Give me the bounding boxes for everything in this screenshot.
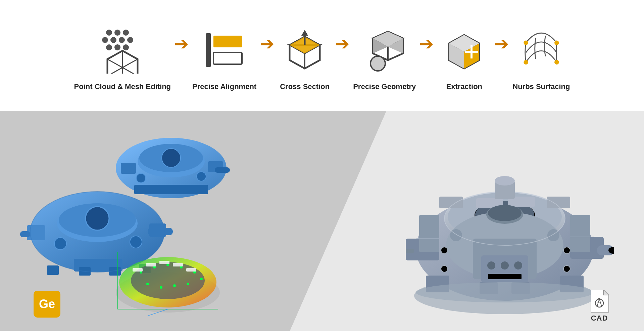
svg-point-4 [110,37,116,43]
svg-point-38 [524,41,528,45]
svg-point-29 [370,56,385,71]
svg-point-117 [514,261,522,270]
svg-point-5 [119,37,125,43]
svg-rect-14 [206,33,211,67]
svg-rect-65 [134,185,208,194]
svg-point-9 [123,44,129,50]
svg-rect-125 [570,215,590,252]
workflow-item-point-cloud: Point Cloud & Mesh Editing [74,23,171,91]
svg-point-66 [136,173,146,183]
cad-icon [588,290,611,313]
svg-point-3 [102,37,108,43]
svg-rect-104 [547,197,570,208]
svg-point-2 [123,30,129,36]
svg-point-78 [160,286,162,289]
ge-badge: Ge [34,291,60,318]
arrow-2: ➔ [260,35,275,52]
svg-point-80 [187,283,189,285]
svg-rect-52 [20,231,30,237]
cad-object-container [389,124,617,319]
svg-point-48 [54,238,66,250]
svg-point-79 [173,284,176,287]
svg-point-116 [501,261,509,270]
svg-rect-62 [121,163,136,174]
svg-point-6 [127,37,133,43]
svg-point-8 [114,44,120,50]
geometry-icon [358,23,411,77]
workflow-item-cross-section: Cross Section [278,23,332,91]
extraction-label: Extraction [446,82,482,91]
blue-part-top [111,124,232,205]
svg-point-40 [524,60,528,65]
workflow-item-alignment: Precise Alignment [192,23,256,91]
cad-label-text: CAD [591,314,608,323]
svg-rect-118 [488,274,522,279]
ge-badge-text: Ge [39,297,55,311]
svg-point-106 [488,205,522,221]
svg-point-70 [131,262,205,299]
svg-rect-53 [47,265,59,275]
svg-rect-124 [419,215,439,252]
cad-part-main [396,131,614,323]
svg-rect-16 [213,52,242,64]
svg-point-77 [146,283,149,285]
workflow-section: Point Cloud & Mesh Editing ➔ Precise Ali… [0,0,644,111]
svg-rect-103 [439,197,463,208]
svg-point-67 [197,172,206,181]
scan-heatmap [114,218,221,316]
svg-rect-82 [146,263,156,266]
workflow-item-extraction: Extraction [437,23,491,91]
svg-point-131 [495,176,515,185]
alignment-icon [198,23,251,77]
svg-point-50 [86,207,109,230]
nurbs-label: Nurbs Surfacing [512,82,570,91]
svg-rect-85 [186,268,196,272]
bottom-section: Ge [0,111,644,331]
cross-section-icon [278,23,332,77]
arrow-3: ➔ [335,35,350,52]
svg-point-76 [200,278,203,280]
svg-rect-119 [406,249,414,253]
arrow-1: ➔ [174,35,189,52]
svg-rect-83 [159,261,169,264]
alignment-label: Precise Alignment [192,82,256,91]
cad-badge: CAD [585,291,614,323]
svg-point-7 [106,44,112,50]
svg-point-121 [563,247,570,254]
blue-objects-container [20,124,235,319]
svg-point-123 [563,265,570,272]
nurbs-icon [514,23,568,77]
svg-point-61 [162,149,181,167]
svg-point-0 [106,30,112,36]
svg-point-1 [114,30,120,36]
extraction-icon [437,23,491,77]
svg-marker-22 [301,30,308,36]
cross-section-label: Cross Section [280,82,330,91]
svg-point-115 [487,261,495,270]
svg-point-120 [441,247,448,254]
workflow-item-nurbs: Nurbs Surfacing [512,23,570,91]
point-cloud-label: Point Cloud & Mesh Editing [74,82,171,91]
svg-rect-15 [213,36,242,47]
svg-point-39 [554,41,559,45]
arrow-4: ➔ [419,35,434,52]
svg-rect-84 [173,263,183,266]
svg-point-129 [416,282,594,302]
svg-rect-81 [133,268,143,272]
point-cloud-icon [96,23,149,77]
svg-point-41 [554,60,559,65]
workflow-item-geometry: Precise Geometry [353,23,416,91]
svg-rect-64 [215,167,230,173]
geometry-label: Precise Geometry [353,82,416,91]
svg-point-122 [441,265,448,272]
arrow-5: ➔ [494,35,509,52]
svg-point-135 [598,298,600,300]
